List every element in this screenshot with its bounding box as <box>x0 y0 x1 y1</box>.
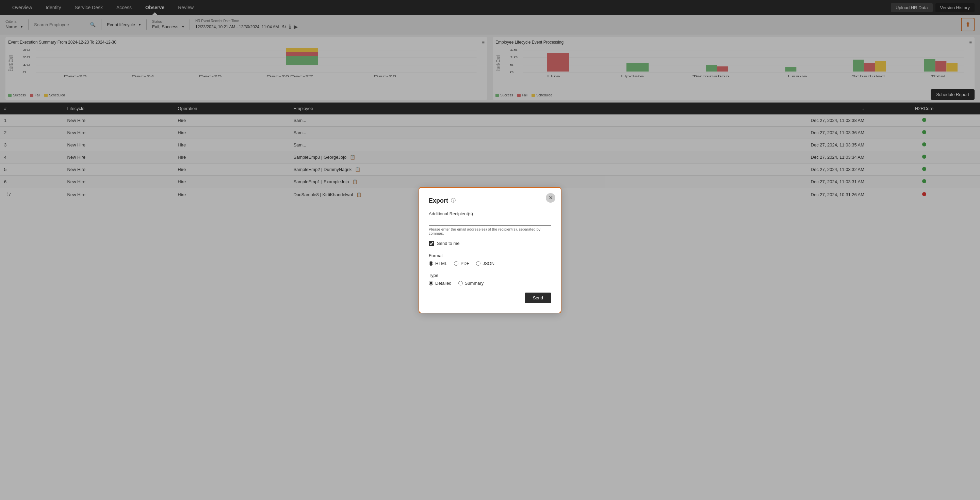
send-to-me-label: Send to me <box>437 241 460 246</box>
export-modal: Export ⓘ ✕ Additional Recipient(s) Pleas… <box>418 187 562 313</box>
format-json-option[interactable]: JSON <box>476 261 495 266</box>
type-radio-group: Detailed Summary <box>429 281 551 286</box>
format-label: Format <box>429 253 551 258</box>
modal-title: Export <box>429 197 448 204</box>
modal-close-button[interactable]: ✕ <box>546 193 555 203</box>
modal-overlay[interactable]: Export ⓘ ✕ Additional Recipient(s) Pleas… <box>0 0 980 500</box>
send-button[interactable]: Send <box>525 292 551 303</box>
format-html-option[interactable]: HTML <box>429 261 447 266</box>
type-detailed-option[interactable]: Detailed <box>429 281 452 286</box>
send-to-me-checkbox[interactable] <box>429 241 434 246</box>
modal-header: Export ⓘ <box>429 197 551 204</box>
recipient-input[interactable] <box>429 218 551 226</box>
format-pdf-option[interactable]: PDF <box>454 261 469 266</box>
recipient-hint: Please enter the email address(es) of th… <box>429 227 551 235</box>
type-summary-option[interactable]: Summary <box>458 281 484 286</box>
modal-help-icon[interactable]: ⓘ <box>451 198 456 204</box>
format-radio-group: HTML PDF JSON <box>429 261 551 266</box>
type-label: Type <box>429 273 551 278</box>
send-to-me-row: Send to me <box>429 241 551 246</box>
recipient-label: Additional Recipient(s) <box>429 211 551 216</box>
